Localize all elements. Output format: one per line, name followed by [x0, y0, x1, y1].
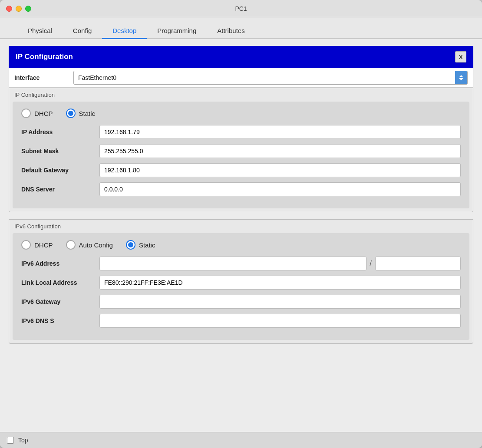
- ip-config-section: IP Configuration DHCP Static IP Address: [9, 88, 473, 212]
- static-radio-item[interactable]: Static: [66, 109, 96, 118]
- tab-desktop[interactable]: Desktop: [102, 23, 147, 39]
- ipv6-address-row: IPv6 Address /: [21, 257, 461, 270]
- ip-address-input[interactable]: [99, 125, 461, 139]
- ipv6-auto-config-radio-label: Auto Config: [79, 241, 113, 249]
- ip-configuration-title: IP Configuration: [16, 53, 73, 61]
- tab-bar: Physical Config Desktop Programming Attr…: [0, 17, 482, 39]
- ipv6-prefix-input[interactable]: [375, 257, 461, 270]
- main-window: PC1 Physical Config Desktop Programming …: [0, 0, 482, 448]
- default-gateway-label: Default Gateway: [21, 167, 99, 174]
- ipv6-static-radio-item[interactable]: Static: [126, 240, 155, 250]
- ipv6-dns-label: IPv6 DNS S: [21, 317, 99, 324]
- ipv6-auto-config-radio-circle[interactable]: [66, 240, 76, 250]
- interface-value: FastEthernet0: [74, 72, 455, 84]
- top-label: Top: [18, 437, 28, 444]
- ipv6-dhcp-radio-item[interactable]: DHCP: [21, 240, 53, 250]
- arrow-up-icon: [459, 75, 463, 77]
- subnet-mask-row: Subnet Mask: [21, 144, 461, 158]
- ipv6-address-label: IPv6 Address: [21, 260, 99, 267]
- ipv6-static-radio-circle[interactable]: [126, 240, 135, 250]
- tab-attributes[interactable]: Attributes: [207, 23, 255, 39]
- window-title: PC1: [235, 5, 247, 12]
- dhcp-radio-item[interactable]: DHCP: [21, 109, 53, 118]
- dhcp-radio-circle[interactable]: [21, 109, 31, 118]
- ipv6-config-section-title: IPv6 Configuration: [9, 220, 473, 231]
- ip-address-label: IP Address: [21, 128, 99, 135]
- ipv6-auto-config-radio-item[interactable]: Auto Config: [66, 240, 113, 250]
- default-gateway-row: Default Gateway: [21, 163, 461, 177]
- dns-server-label: DNS Server: [21, 186, 99, 193]
- maximize-window-button[interactable]: [25, 6, 31, 12]
- ipv6-dns-row: IPv6 DNS S: [21, 314, 461, 328]
- ipv6-gateway-input[interactable]: [99, 295, 461, 309]
- ipv6-static-radio-label: Static: [139, 241, 155, 249]
- subnet-mask-label: Subnet Mask: [21, 148, 99, 155]
- ip-config-section-inner: DHCP Static IP Address Subnet Mask: [13, 102, 469, 208]
- bottom-bar: Top: [0, 432, 482, 448]
- tab-programming[interactable]: Programming: [147, 23, 207, 39]
- dns-server-row: DNS Server: [21, 182, 461, 196]
- interface-select[interactable]: FastEthernet0: [73, 71, 468, 85]
- slash-divider: /: [370, 260, 372, 267]
- subnet-mask-input[interactable]: [99, 144, 461, 158]
- ip-config-section-title: IP Configuration: [9, 88, 473, 100]
- top-checkbox[interactable]: [7, 437, 14, 444]
- ipv6-radio-group: DHCP Auto Config Static: [21, 240, 461, 250]
- ipv6-config-section: IPv6 Configuration DHCP Auto Config Stat…: [9, 219, 473, 344]
- link-local-row: Link Local Address: [21, 276, 461, 290]
- dns-server-input[interactable]: [99, 182, 461, 196]
- window-controls: [6, 6, 31, 12]
- interface-label: Interface: [14, 74, 66, 81]
- link-local-input[interactable]: [99, 276, 461, 290]
- default-gateway-input[interactable]: [99, 163, 461, 177]
- ip-address-row: IP Address: [21, 125, 461, 139]
- ipv6-config-section-inner: DHCP Auto Config Static IPv6 Address: [13, 233, 469, 340]
- dhcp-radio-label: DHCP: [34, 110, 53, 117]
- minimize-window-button[interactable]: [16, 6, 22, 12]
- ipv6-gateway-row: IPv6 Gateway: [21, 295, 461, 309]
- link-local-label: Link Local Address: [21, 279, 99, 286]
- static-radio-circle[interactable]: [66, 109, 76, 118]
- ipv6-dhcp-radio-circle[interactable]: [21, 240, 31, 250]
- main-content: IP Configuration X Interface FastEtherne…: [0, 39, 482, 432]
- ipv6-dns-input[interactable]: [99, 314, 461, 328]
- arrow-down-icon: [459, 78, 463, 80]
- ipv6-dhcp-radio-label: DHCP: [34, 241, 53, 249]
- ip-radio-group: DHCP Static: [21, 109, 461, 118]
- tab-physical[interactable]: Physical: [17, 23, 63, 39]
- title-bar: PC1: [0, 0, 482, 17]
- interface-select-arrow[interactable]: [455, 71, 467, 84]
- ipv6-address-group: /: [99, 257, 461, 270]
- close-ip-config-button[interactable]: X: [455, 51, 466, 63]
- close-window-button[interactable]: [6, 6, 12, 12]
- interface-row: Interface FastEthernet0: [9, 68, 473, 88]
- ip-configuration-header: IP Configuration X: [9, 46, 473, 68]
- static-radio-label: Static: [79, 110, 96, 117]
- ipv6-address-input[interactable]: [99, 257, 366, 270]
- tab-config[interactable]: Config: [63, 23, 102, 39]
- ipv6-gateway-label: IPv6 Gateway: [21, 298, 99, 305]
